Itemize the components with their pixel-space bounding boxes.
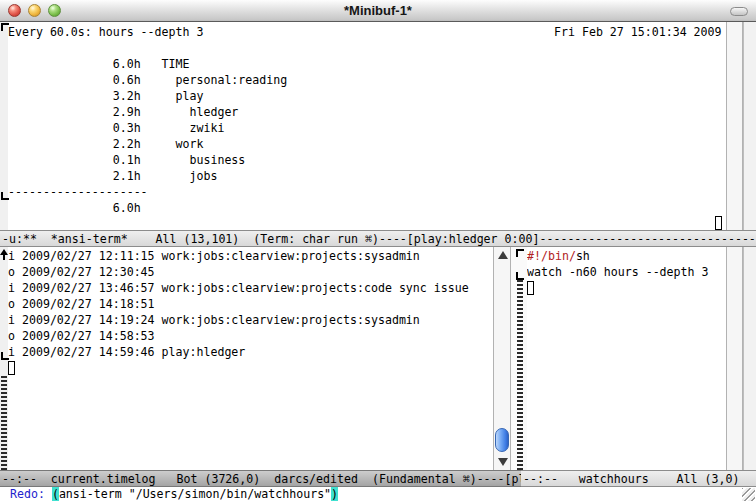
open-paren-highlight: ( xyxy=(52,487,59,501)
emacs-frame: *Minibuf-1* Every 60.0s: hours --depth 3… xyxy=(0,0,756,502)
term-window-text-area[interactable]: Every 60.0s: hours --depth 3 Fri Feb 27 … xyxy=(8,22,726,230)
script-mode-line: --:-- watchhours All (3,0) xyxy=(521,470,756,487)
script-window-text-area[interactable]: #!/bin/sh watch -n60 hours --depth 3 xyxy=(527,247,726,470)
buffer-start-icon xyxy=(516,249,524,257)
frame-right-edge xyxy=(743,22,756,230)
window-title: *Minibuf-1* xyxy=(0,3,756,19)
title-bar[interactable]: *Minibuf-1* xyxy=(0,0,756,22)
text-above-arrow-icon xyxy=(0,249,8,255)
term-window-left-fringe xyxy=(0,22,8,230)
term-window-mode-line: -u:** *ansi-term* All (13,101) (Term: ch… xyxy=(0,230,756,247)
scroll-down-arrow-icon[interactable] xyxy=(498,458,508,466)
timelog-cursor xyxy=(8,361,15,375)
minibuffer[interactable]: Redo: (ansi-term "/Users/simon/bin/watch… xyxy=(0,487,756,502)
toolbar-lozenge-button[interactable] xyxy=(730,7,748,16)
timelog-window-scrollbar[interactable] xyxy=(493,247,511,470)
minibuffer-line: Redo: (ansi-term "/Users/simon/bin/watch… xyxy=(10,487,338,501)
timelog-entries: i 2009/02/27 12:11:15 work:jobs:clearvie… xyxy=(8,248,469,360)
watch-header-left: Every 60.0s: hours --depth 3 xyxy=(8,24,203,40)
buffer-end-icon xyxy=(516,272,524,280)
close-paren-highlight: ) xyxy=(331,487,338,501)
shebang-interpreter: sh xyxy=(576,249,590,263)
timelog-window-text-area[interactable]: i 2009/02/27 12:11:15 work:jobs:clearvie… xyxy=(8,247,492,470)
empty-line-indicator xyxy=(517,280,523,470)
script-window-scrollbar[interactable] xyxy=(726,247,743,470)
timelog-window-left-fringe xyxy=(0,247,8,470)
hours-report: 6.0h TIME 0.6h personal:reading 3.2h pla… xyxy=(8,56,287,216)
scroll-up-arrow-icon[interactable] xyxy=(498,251,508,259)
empty-line-indicator xyxy=(1,376,7,470)
shebang-comment: #!/bin/ xyxy=(527,249,576,263)
minibuffer-command: ansi-term "/Users/simon/bin/watchhours" xyxy=(59,487,331,501)
shebang-line: #!/bin/sh xyxy=(527,248,590,264)
minibuffer-prompt: Redo: xyxy=(10,487,52,501)
script-cursor xyxy=(527,281,534,295)
watch-header-datetime: Fri Feb 27 15:01:34 2009 xyxy=(554,24,722,40)
timelog-mode-line: --:-- current.timelog Bot (3726,0) darcs… xyxy=(0,470,521,487)
term-cursor xyxy=(715,216,722,230)
scrollbar-thumb[interactable] xyxy=(495,428,509,452)
script-window-left-fringe xyxy=(511,247,527,470)
term-window-scrollbar[interactable] xyxy=(726,22,743,230)
window-resize-grip[interactable] xyxy=(742,488,755,501)
frame-right-edge xyxy=(743,247,756,470)
watch-command-line: watch -n60 hours --depth 3 xyxy=(527,264,708,280)
